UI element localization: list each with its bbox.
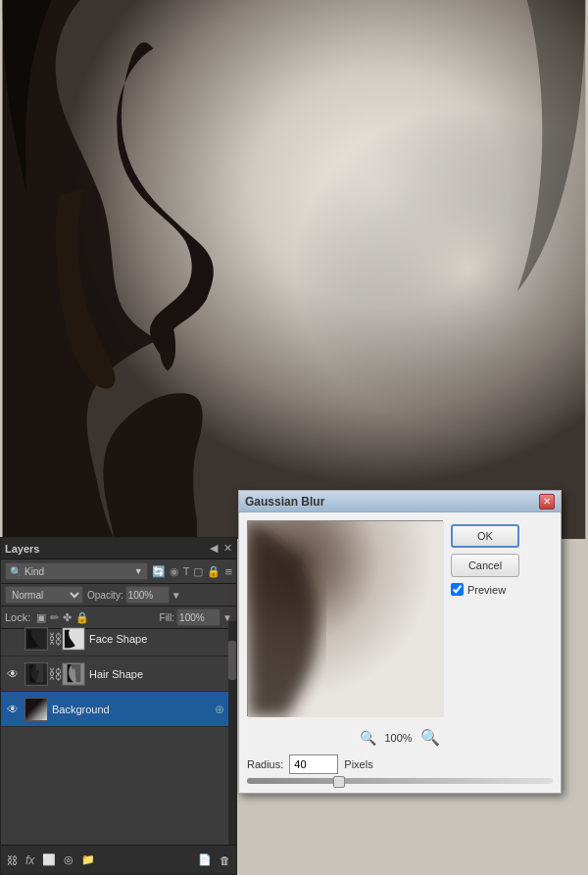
- layer-thumb-main: [24, 698, 48, 721]
- layers-kind-select[interactable]: 🔍 Kind ▼: [5, 562, 148, 580]
- layers-search-row: 🔍 Kind ▼ 🔄 ◉ T ▢ 🔒 ≡: [1, 559, 236, 584]
- radius-label: Radius:: [247, 758, 283, 770]
- layers-panel: Layers ◀ ✕ 🔍 Kind ▼ 🔄 ◉ T ▢ 🔒 ≡ Normal O…: [0, 537, 237, 875]
- layer-chain-icon[interactable]: ⛓: [50, 662, 60, 686]
- layer-thumb-mask: [24, 627, 48, 651]
- kind-label: Kind: [24, 566, 44, 577]
- dialog-preview-canvas: [247, 520, 443, 716]
- filter-adjust-icon[interactable]: ◉: [170, 565, 179, 578]
- layer-thumb-main: [62, 627, 85, 651]
- cancel-button[interactable]: Cancel: [451, 554, 519, 577]
- pixels-label: Pixels: [344, 758, 372, 770]
- filter-pixel-icon[interactable]: 🔄: [152, 565, 166, 578]
- filter-text-icon[interactable]: T: [183, 565, 190, 578]
- list-item[interactable]: 👁 ⛓ Hair Shape: [1, 656, 228, 692]
- dialog-zoom-row: 🔍 100% 🔍: [239, 724, 561, 751]
- ok-button[interactable]: OK: [451, 524, 519, 548]
- radius-slider-track[interactable]: [247, 778, 553, 784]
- layer-chain-icon[interactable]: ⛓: [50, 627, 60, 651]
- zoom-level: 100%: [384, 732, 412, 744]
- blend-mode-select[interactable]: Normal: [5, 586, 83, 604]
- new-adjustment-icon[interactable]: ◎: [64, 853, 74, 866]
- opacity-arrow[interactable]: ▼: [172, 590, 181, 601]
- gaussian-blur-dialog: Gaussian Blur ✕: [238, 490, 562, 794]
- dialog-title: Gaussian Blur: [245, 495, 324, 509]
- scroll-thumb[interactable]: [228, 641, 236, 680]
- dialog-body: OK Cancel Preview: [239, 512, 561, 724]
- preview-checkbox[interactable]: [451, 583, 464, 596]
- layers-collapse-btn[interactable]: ◀: [210, 542, 218, 555]
- opacity-row: Opacity: 100% ▼: [87, 586, 232, 604]
- layer-thumb-main: [62, 662, 85, 686]
- list-item[interactable]: 👁 Background ⊕: [1, 692, 228, 727]
- layer-thumbs: ⛓: [24, 627, 85, 651]
- filter-lock-icon[interactable]: 🔒: [207, 565, 220, 578]
- layer-thumbs: [24, 698, 48, 721]
- list-item[interactable]: 👁 ⛓ Face Shape: [1, 621, 228, 656]
- layers-filter-icons: 🔄 ◉ T ▢ 🔒: [152, 565, 221, 578]
- layer-visibility-eye[interactable]: 👁: [5, 702, 21, 717]
- radius-input[interactable]: [289, 754, 338, 774]
- layer-name: Background: [52, 704, 211, 715]
- layer-name: Face Shape: [89, 633, 224, 645]
- add-mask-icon[interactable]: ⬜: [42, 853, 56, 866]
- layers-titlebar: Layers ◀ ✕: [1, 538, 236, 559]
- new-group-icon[interactable]: 📁: [81, 853, 95, 866]
- opacity-value-box[interactable]: 100%: [125, 586, 170, 604]
- layer-visibility-eye[interactable]: 👁: [5, 666, 21, 682]
- layers-menu-icon[interactable]: ≡: [224, 564, 232, 579]
- preview-label: Preview: [467, 584, 506, 596]
- layer-thumbs: ⛓: [24, 662, 85, 686]
- dialog-close-button[interactable]: ✕: [539, 494, 555, 510]
- dialog-radius-row: Radius: Pixels: [239, 751, 561, 776]
- layer-visibility-eye[interactable]: 👁: [5, 631, 21, 647]
- layer-effects-icon[interactable]: fx: [25, 853, 34, 867]
- new-layer-icon[interactable]: 📄: [198, 853, 212, 866]
- radius-slider-thumb[interactable]: [333, 776, 345, 788]
- zoom-in-icon[interactable]: 🔍: [420, 728, 440, 747]
- layer-name: Hair Shape: [89, 668, 224, 680]
- link-layers-icon[interactable]: ⛓: [7, 854, 18, 866]
- layers-mode-row: Normal Opacity: 100% ▼: [1, 584, 236, 607]
- layers-content: 👁 ⛓ Face Shape 👁 ⛓: [1, 621, 228, 845]
- zoom-out-icon[interactable]: 🔍: [360, 730, 376, 746]
- delete-layer-icon[interactable]: 🗑: [220, 854, 230, 866]
- layer-type-icon: ⊕: [215, 703, 224, 716]
- opacity-value: 100%: [128, 590, 154, 601]
- dialog-buttons: OK Cancel Preview: [451, 520, 519, 716]
- layers-title: Layers: [5, 543, 39, 555]
- layers-bottom-bar: ⛓ fx ⬜ ◎ 📁 📄 🗑: [1, 845, 236, 874]
- opacity-label: Opacity:: [87, 590, 123, 601]
- preview-checkbox-row: Preview: [451, 583, 519, 596]
- layers-scrollbar[interactable]: [228, 621, 236, 845]
- dialog-slider-row: [239, 776, 561, 792]
- layer-thumb-mask: [24, 662, 48, 686]
- layers-close-btn[interactable]: ✕: [223, 542, 232, 555]
- filter-shape-icon[interactable]: ▢: [193, 565, 203, 578]
- dialog-titlebar: Gaussian Blur ✕: [239, 491, 561, 512]
